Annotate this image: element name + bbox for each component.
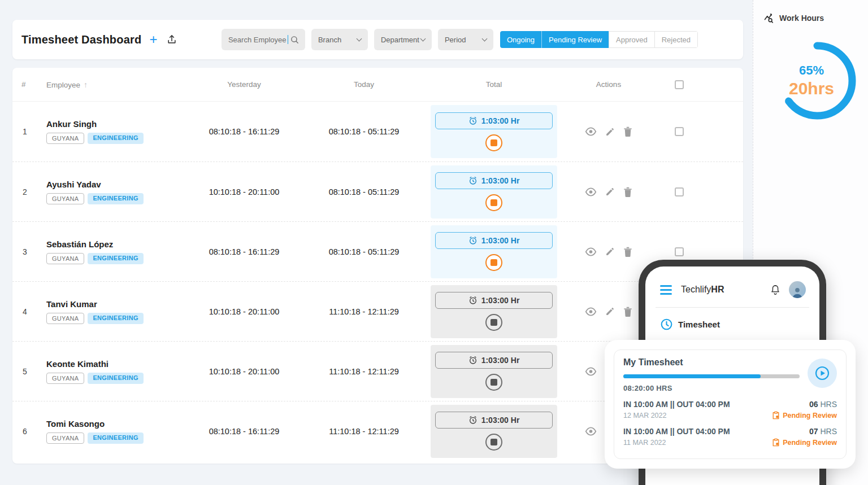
search-icon[interactable] bbox=[290, 35, 300, 45]
row-checkbox[interactable] bbox=[675, 127, 684, 136]
period-dropdown-label: Period bbox=[445, 36, 466, 44]
alarm-clock-icon bbox=[468, 116, 478, 125]
stop-timer-button[interactable] bbox=[485, 434, 502, 451]
delete-button[interactable] bbox=[623, 126, 632, 137]
view-button[interactable] bbox=[585, 247, 597, 256]
stop-timer-button[interactable] bbox=[485, 194, 502, 211]
column-yesterday: Yesterday bbox=[184, 80, 304, 89]
actions-cell bbox=[564, 187, 653, 197]
timer-total-button[interactable]: 1:03:00 Hr bbox=[435, 112, 553, 129]
pending-review-icon bbox=[772, 438, 780, 447]
yesterday-time: 10:10:18 - 20:11:00 bbox=[184, 307, 304, 316]
edit-button[interactable] bbox=[605, 187, 615, 196]
department-badge: ENGINEERING bbox=[88, 313, 143, 324]
timesheet-progress-bar bbox=[623, 374, 800, 378]
yesterday-time: 08:10:18 - 16:11:29 bbox=[184, 247, 304, 256]
employee-name: Keonte Kimathi bbox=[46, 359, 184, 369]
branch-dropdown[interactable]: Branch bbox=[311, 29, 368, 50]
user-avatar[interactable] bbox=[789, 281, 806, 298]
stop-icon bbox=[491, 439, 497, 445]
stop-timer-button[interactable] bbox=[485, 254, 502, 271]
stop-timer-button[interactable] bbox=[485, 314, 502, 331]
row-checkbox[interactable] bbox=[675, 187, 684, 196]
today-time: 08:10:18 - 05:11:29 bbox=[304, 247, 424, 256]
timer-total-button[interactable]: 1:03:00 Hr bbox=[435, 412, 553, 429]
employee-cell: Ayushi YadavGUYANAENGINEERING bbox=[46, 180, 184, 204]
total-cell: 1:03:00 Hr bbox=[424, 105, 564, 158]
entry-date: 11 MAR 2022 bbox=[623, 439, 730, 447]
employee-cell: Sebastián LópezGUYANAENGINEERING bbox=[46, 239, 184, 264]
row-number: 3 bbox=[21, 247, 46, 256]
view-button[interactable] bbox=[585, 127, 597, 136]
period-dropdown[interactable]: Period bbox=[438, 29, 493, 50]
status-tab-approved[interactable]: Approved bbox=[609, 31, 655, 48]
edit-button[interactable] bbox=[605, 307, 615, 316]
department-dropdown-label: Department bbox=[381, 36, 419, 44]
status-tab-pending-review[interactable]: Pending Review bbox=[541, 31, 609, 48]
employee-name: Tomi Kasongo bbox=[46, 419, 184, 429]
row-checkbox[interactable] bbox=[675, 247, 684, 256]
search-input[interactable]: Search Employee bbox=[222, 29, 305, 50]
department-dropdown[interactable]: Department bbox=[374, 29, 432, 50]
stop-icon bbox=[491, 379, 497, 386]
timer-total-button[interactable]: 1:03:00 Hr bbox=[435, 172, 553, 189]
work-hours-percent: 65% bbox=[799, 63, 824, 78]
menu-icon[interactable] bbox=[660, 285, 672, 295]
total-cell: 1:03:00 Hr bbox=[424, 285, 564, 338]
stop-icon bbox=[491, 259, 497, 266]
view-button[interactable] bbox=[585, 307, 597, 316]
timer-total-button[interactable]: 1:03:00 Hr bbox=[435, 292, 553, 309]
table-header-row: # Employee↑ Yesterday Today Total Action… bbox=[12, 68, 743, 102]
delete-button[interactable] bbox=[623, 307, 632, 317]
export-button[interactable] bbox=[166, 34, 177, 45]
column-employee[interactable]: Employee↑ bbox=[46, 80, 184, 89]
table-row: 2Ayushi YadavGUYANAENGINEERING10:10:18 -… bbox=[12, 161, 743, 221]
timer-total-button[interactable]: 1:03:00 Hr bbox=[435, 232, 553, 249]
entry-in-out: IN 10:00 AM || OUT 04:00 PM bbox=[623, 400, 730, 409]
text-cursor bbox=[288, 35, 289, 44]
stop-timer-button[interactable] bbox=[485, 374, 502, 391]
sort-ascending-icon[interactable]: ↑ bbox=[84, 80, 88, 89]
add-timesheet-button[interactable]: + bbox=[149, 33, 157, 46]
page-title: Timesheet Dashboard bbox=[21, 33, 141, 46]
stop-timer-button[interactable] bbox=[485, 134, 502, 151]
timer-total-button[interactable]: 1:03:00 Hr bbox=[435, 352, 553, 369]
branch-badge: GUYANA bbox=[46, 193, 84, 204]
edit-button[interactable] bbox=[605, 127, 615, 137]
alarm-clock-icon bbox=[468, 296, 478, 305]
view-button[interactable] bbox=[585, 427, 597, 436]
stop-icon bbox=[491, 139, 497, 146]
department-badge: ENGINEERING bbox=[88, 193, 143, 204]
play-timer-button[interactable] bbox=[808, 359, 837, 388]
status-tab-ongoing[interactable]: Ongoing bbox=[500, 31, 541, 48]
timesheet-nav-label: Timesheet bbox=[678, 320, 720, 329]
view-button[interactable] bbox=[585, 187, 597, 196]
chevron-down-icon bbox=[356, 36, 362, 41]
row-number: 2 bbox=[21, 187, 46, 196]
timesheet-nav-item[interactable]: Timesheet bbox=[660, 318, 806, 331]
timesheet-dashboard-page: Timesheet Dashboard + Search Employee Br… bbox=[0, 0, 868, 485]
total-cell: 1:03:00 Hr bbox=[424, 165, 564, 219]
delete-button[interactable] bbox=[623, 247, 632, 257]
column-total: Total bbox=[424, 80, 564, 89]
employee-cell: Ankur SinghGUYANAENGINEERING bbox=[46, 119, 184, 144]
elapsed-hours: 08:20:00 HRS bbox=[623, 384, 800, 392]
row-select-cell bbox=[653, 247, 705, 256]
work-hours-donut: 65% 20hrs bbox=[772, 36, 862, 125]
notifications-bell-icon[interactable] bbox=[770, 284, 781, 296]
status-tab-rejected[interactable]: Rejected bbox=[655, 31, 698, 48]
select-all-cell bbox=[653, 80, 705, 89]
view-button[interactable] bbox=[585, 367, 597, 376]
app-brand: TechlifyHR bbox=[681, 285, 724, 295]
edit-button[interactable] bbox=[605, 247, 615, 256]
delete-button[interactable] bbox=[623, 187, 632, 197]
row-number: 1 bbox=[21, 127, 46, 136]
stop-icon bbox=[491, 319, 497, 326]
entry-status: Pending Review bbox=[772, 411, 837, 420]
today-time: 11:10:18 - 12:11:29 bbox=[304, 367, 424, 376]
select-all-checkbox[interactable] bbox=[675, 80, 684, 89]
row-number: 4 bbox=[21, 307, 46, 316]
clock-icon bbox=[660, 318, 673, 331]
actions-cell bbox=[564, 126, 653, 137]
search-placeholder: Search Employee bbox=[228, 36, 287, 44]
